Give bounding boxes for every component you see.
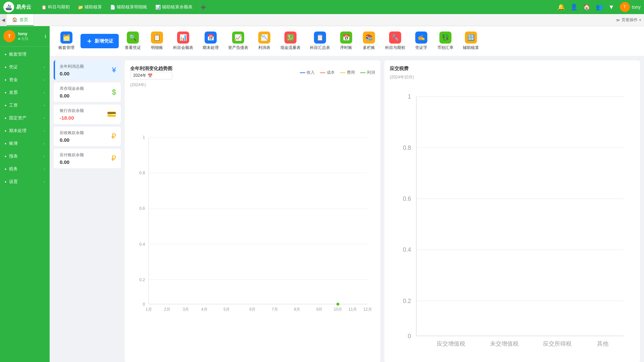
period-end-icon: 📅 xyxy=(205,32,217,44)
x-may: 5月 xyxy=(223,307,230,312)
period-chevron: › xyxy=(44,129,45,133)
sidebar-item-settings[interactable]: ▪ 设置 › xyxy=(0,175,50,188)
sidebar-item-voucher-left: ▪ 凭证 xyxy=(5,64,18,70)
tab-home[interactable]: 🏠 首页 xyxy=(7,14,34,26)
quick-btn-sequential[interactable]: 📅 序时账 xyxy=(336,29,356,53)
quick-toolbar: 🗂️ 账套管理 ＋ 新增凭证 🔍 查看凭证 📋 明细账 📊 科目会额表 � xyxy=(50,26,644,56)
expense-label: 费用 xyxy=(347,70,355,75)
sidebar-item-tax[interactable]: ▪ 税务 › xyxy=(0,163,50,175)
user-avatar: T xyxy=(620,2,630,12)
quick-btn-profit[interactable]: 📉 利润表 xyxy=(254,29,274,53)
home-icon[interactable]: 🏠 xyxy=(583,3,590,11)
bell-icon[interactable]: 🔔 xyxy=(557,3,565,11)
chart-legend: 收入 成本 费用 利润 xyxy=(300,70,375,75)
y-label-02: 0.2 xyxy=(139,278,145,282)
sidebar-item-voucher[interactable]: ▪ 凭证 › xyxy=(0,61,50,73)
sidebar-collapse-left[interactable]: ◀ xyxy=(0,14,7,26)
top-menu-subjects[interactable]: 📋 科目与期初 xyxy=(38,3,73,11)
detail-icon: 📄 xyxy=(110,5,115,10)
quick-btn-exchange-rate[interactable]: 💱 币别汇率 xyxy=(434,29,457,53)
dropdown-icon[interactable]: ▼ xyxy=(608,4,614,11)
sidebar-item-reports[interactable]: ▪ 报表 › xyxy=(0,150,50,163)
quick-btn-subject-initial[interactable]: 🔧 科目与期初 xyxy=(382,29,409,53)
sidebar-item-ledger[interactable]: ▪ 账簿 › xyxy=(0,137,50,150)
quick-btn-aux-calc[interactable]: 🔢 辅助核算 xyxy=(460,29,482,53)
payable-value: 0.00 xyxy=(60,159,84,165)
quick-btn-period-end[interactable]: 📅 期末处理 xyxy=(199,29,222,53)
summary-card-profit[interactable]: 全年利润总额 0.00 ¥ xyxy=(54,60,121,80)
profit-total-title: 全年利润总额 xyxy=(60,64,84,69)
view-voucher-label: 查看凭证 xyxy=(125,45,141,51)
x-jan: 1月 xyxy=(146,307,152,312)
expand-icon[interactable]: ≫ xyxy=(616,18,620,22)
quick-btn-balance-sheet[interactable]: 📈 资产负债表 xyxy=(225,29,252,53)
top-menu-balance[interactable]: 📊 辅助核算余额表 xyxy=(152,3,196,11)
year-picker[interactable]: 2024年 📅 xyxy=(130,72,172,79)
exchange-rate-label: 币别汇率 xyxy=(437,45,453,51)
invoice-label: 发票 xyxy=(9,89,18,96)
sidebar-item-fixedassets[interactable]: ▪ 固定资产 › xyxy=(0,112,50,124)
cash-icon: $ xyxy=(112,88,116,97)
tax-y-0: 0 xyxy=(408,333,411,340)
top-menu-detail[interactable]: 📄 辅助核算明细账 xyxy=(107,3,151,11)
top-menu-add[interactable]: ➕ xyxy=(197,3,209,11)
summary-panel: 全年利润总额 0.00 ¥ 库存现金余额 0.00 $ xyxy=(54,60,121,362)
reports-label: 报表 xyxy=(9,153,18,159)
summary-card-bank[interactable]: 银行存款余额 -18.00 💳 xyxy=(54,105,121,124)
tax-chart-title: 应交税费 xyxy=(390,66,409,71)
summary-card-payable[interactable]: 应付账款余额 0.00 ₽ xyxy=(54,149,121,168)
auxiliary-icon: 📁 xyxy=(78,5,83,10)
ledger-icon: ▪ xyxy=(5,141,6,146)
profit-chart-panel: 全年利润变化趋势图 2024年 📅 收入 xyxy=(125,60,380,362)
quick-btn-view-voucher[interactable]: 🔍 查看凭证 xyxy=(121,29,144,53)
online-dot xyxy=(18,38,20,40)
sidebar-item-fixedassets-left: ▪ 固定资产 xyxy=(5,115,26,121)
cashflow-label: 现金流量表 xyxy=(280,45,301,51)
settings-label: 设置 xyxy=(9,179,18,185)
quick-btn-account-mgmt[interactable]: 🗂️ 账套管理 xyxy=(55,29,78,53)
quick-btn-subject-summary[interactable]: 📋 科目汇总表 xyxy=(307,29,333,53)
detail-ledger-icon: 📋 xyxy=(151,32,163,44)
quick-btn-voucher-char[interactable]: ✍️ 凭证字 xyxy=(411,29,431,53)
tab-home-label: 首页 xyxy=(19,17,28,23)
summary-card-cash[interactable]: 库存现金余额 0.00 $ xyxy=(54,82,121,102)
sidebar-item-funds[interactable]: ▪ 资金 › xyxy=(0,73,50,86)
profit-line xyxy=(360,72,366,73)
top-menu-auxiliary[interactable]: 📁 辅助核算 xyxy=(74,3,105,11)
tax-chart-subtitle: (2024年10月) xyxy=(390,74,635,80)
sidebar-item-salary[interactable]: ▪ 工资 › xyxy=(0,99,50,112)
tax-x-income: 应交所得税 xyxy=(543,340,572,347)
view-voucher-icon: 🔍 xyxy=(127,32,139,44)
quick-btn-detail-ledger[interactable]: 📋 明细账 xyxy=(147,29,167,53)
add-icon: ＋ xyxy=(86,37,93,46)
quick-btn-multicolumn[interactable]: 📚 多栏账 xyxy=(359,29,379,53)
summary-card-receivable[interactable]: 应收账款余额 0.00 ₽ xyxy=(54,127,121,146)
tax-chart-header: 应交税费 xyxy=(390,66,635,72)
sequential-icon: 📅 xyxy=(340,32,352,44)
info-icon[interactable]: ℹ xyxy=(45,34,46,39)
subject-balance-icon: 📊 xyxy=(177,32,189,44)
sidebar: T tony 在线 ℹ ▪ 账套管理 ▪ 凭证 xyxy=(0,26,50,362)
page-ops-label[interactable]: 页签操作 xyxy=(622,17,638,23)
cost-line xyxy=(320,72,325,73)
sidebar-item-period[interactable]: ▪ 期末处理 › xyxy=(0,124,50,137)
user-profile[interactable]: T tony xyxy=(620,2,641,12)
balance-icon: 📊 xyxy=(155,5,161,10)
person-icon[interactable]: 👤 xyxy=(570,3,578,11)
tax-x-other: 其他 xyxy=(597,340,608,347)
quick-btn-subject-balance[interactable]: 📊 科目会额表 xyxy=(170,29,197,53)
quick-btn-cashflow[interactable]: 💹 现金流量表 xyxy=(277,29,304,53)
voucher-char-label: 凭证字 xyxy=(415,45,427,51)
sidebar-item-invoice-left: ▪ 发票 xyxy=(5,89,18,96)
add-voucher-button[interactable]: ＋ 新增凭证 xyxy=(80,34,119,48)
top-navbar: 🚢 易舟云 📋 科目与期初 📁 辅助核算 📄 辅助核算明细账 📊 辅助核算余额表… xyxy=(0,0,644,14)
ledger-chevron: › xyxy=(44,141,45,145)
sidebar-item-accounts[interactable]: ▪ 账套管理 xyxy=(0,48,50,61)
x-aug: 8月 xyxy=(294,307,300,312)
sidebar-item-invoice[interactable]: ▪ 发票 › xyxy=(0,86,50,99)
tax-y-02: 0.2 xyxy=(403,298,411,304)
page-close-icon[interactable]: × xyxy=(639,18,641,22)
period-end-label: 期末处理 xyxy=(203,45,219,51)
group-icon[interactable]: 👥 xyxy=(596,3,603,11)
profit-card-icon: ¥ xyxy=(112,66,116,74)
